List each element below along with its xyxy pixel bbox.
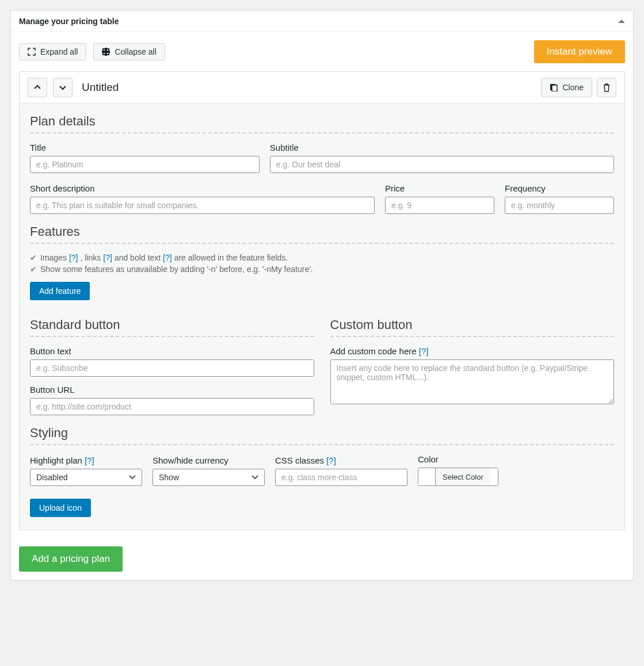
color-label: Color bbox=[418, 454, 498, 464]
expand-icon bbox=[28, 48, 36, 56]
plan-title: Untitled bbox=[82, 81, 119, 94]
panel-footer: Add a pricing plan bbox=[11, 538, 633, 580]
help-link-highlight[interactable]: [?] bbox=[85, 456, 94, 465]
section-styling: Styling bbox=[30, 426, 614, 441]
expand-all-label: Expand all bbox=[40, 47, 78, 56]
button-text-input[interactable] bbox=[30, 359, 314, 377]
title-input[interactable] bbox=[30, 156, 260, 173]
plan-body: Plan details Title Subtitle Short descri… bbox=[20, 104, 624, 530]
divider bbox=[30, 336, 314, 337]
section-features: Features bbox=[30, 224, 614, 239]
plan-container: Untitled Clone Plan details Title bbox=[19, 71, 625, 530]
add-feature-button[interactable]: Add feature bbox=[30, 282, 90, 300]
divider bbox=[30, 243, 614, 244]
button-text-label: Button text bbox=[30, 346, 314, 356]
move-up-button[interactable] bbox=[28, 78, 47, 97]
trash-icon bbox=[603, 83, 611, 92]
divider bbox=[330, 336, 615, 337]
section-standard-button: Standard button bbox=[30, 317, 314, 332]
panel-header: Manage your pricing table bbox=[11, 11, 633, 32]
clone-icon bbox=[550, 83, 558, 91]
feature-tip-2: ✔ Show some features as unavailable by a… bbox=[30, 265, 614, 274]
plan-header: Untitled Clone bbox=[20, 72, 624, 104]
highlight-select[interactable]: Disabled bbox=[30, 469, 142, 486]
collapse-all-label: Collapse all bbox=[115, 47, 156, 56]
tip1-text-a: Images bbox=[40, 253, 67, 262]
collapse-icon bbox=[102, 48, 110, 56]
instant-preview-button[interactable]: Instant preview bbox=[534, 40, 625, 63]
section-plan-details: Plan details bbox=[30, 114, 614, 129]
svg-rect-3 bbox=[102, 51, 110, 53]
frequency-input[interactable] bbox=[505, 197, 614, 214]
pricing-table-panel: Manage your pricing table Expand all Col… bbox=[10, 10, 634, 580]
help-link-custom-code[interactable]: [?] bbox=[419, 346, 429, 356]
custom-code-textarea[interactable] bbox=[330, 359, 615, 404]
section-custom-button: Custom button bbox=[330, 317, 615, 332]
button-url-input[interactable] bbox=[30, 398, 314, 415]
collapse-all-button[interactable]: Collapse all bbox=[93, 43, 165, 60]
clone-label: Clone bbox=[562, 83, 584, 92]
help-link-links[interactable]: [?] bbox=[103, 253, 112, 262]
showhide-label: Show/hide currency bbox=[153, 456, 265, 465]
color-swatch bbox=[418, 468, 436, 485]
title-label: Title bbox=[30, 143, 260, 152]
help-link-css[interactable]: [?] bbox=[326, 456, 336, 465]
tip1-text-c: and bold text bbox=[115, 253, 161, 262]
tip1-text-d: are allowed in the feature fields. bbox=[174, 253, 288, 262]
css-label: CSS classes [?] bbox=[275, 456, 407, 465]
check-icon: ✔ bbox=[30, 253, 37, 262]
css-input[interactable] bbox=[275, 469, 407, 486]
check-icon: ✔ bbox=[30, 265, 37, 274]
price-label: Price bbox=[385, 183, 494, 193]
highlight-label: Highlight plan [?] bbox=[30, 456, 142, 465]
subtitle-input[interactable] bbox=[270, 156, 614, 173]
short-desc-label: Short description bbox=[30, 183, 375, 193]
frequency-label: Frequency bbox=[505, 183, 614, 193]
divider bbox=[30, 444, 614, 445]
short-desc-input[interactable] bbox=[30, 197, 375, 214]
select-color-button[interactable]: Select Color bbox=[436, 468, 490, 485]
delete-button[interactable] bbox=[597, 78, 616, 97]
expand-all-button[interactable]: Expand all bbox=[19, 43, 86, 60]
add-pricing-plan-button[interactable]: Add a pricing plan bbox=[19, 546, 123, 572]
move-down-button[interactable] bbox=[53, 78, 73, 97]
upload-icon-button[interactable]: Upload icon bbox=[30, 499, 91, 517]
showhide-select[interactable]: Show bbox=[153, 469, 265, 486]
chevron-down-icon bbox=[59, 83, 67, 91]
toolbar: Expand all Collapse all Instant preview bbox=[11, 32, 633, 71]
chevron-up-icon bbox=[33, 83, 41, 91]
color-picker[interactable]: Select Color bbox=[418, 468, 498, 486]
panel-title: Manage your pricing table bbox=[19, 17, 119, 26]
tip1-text-b: , links bbox=[81, 253, 101, 262]
price-input[interactable] bbox=[385, 197, 494, 214]
help-link-bold[interactable]: [?] bbox=[163, 253, 172, 262]
panel-collapse-toggle[interactable] bbox=[618, 20, 625, 23]
button-url-label: Button URL bbox=[30, 385, 314, 395]
feature-tip-1: ✔ Images [?] , links [?] and bold text [… bbox=[30, 253, 614, 262]
help-link-images[interactable]: [?] bbox=[69, 253, 78, 262]
subtitle-label: Subtitle bbox=[270, 143, 614, 152]
tip2-text: Show some features as unavailable by add… bbox=[40, 265, 313, 274]
svg-rect-5 bbox=[552, 85, 557, 91]
clone-button[interactable]: Clone bbox=[541, 78, 592, 97]
custom-code-label: Add custom code here [?] bbox=[330, 346, 615, 356]
divider bbox=[30, 132, 614, 133]
